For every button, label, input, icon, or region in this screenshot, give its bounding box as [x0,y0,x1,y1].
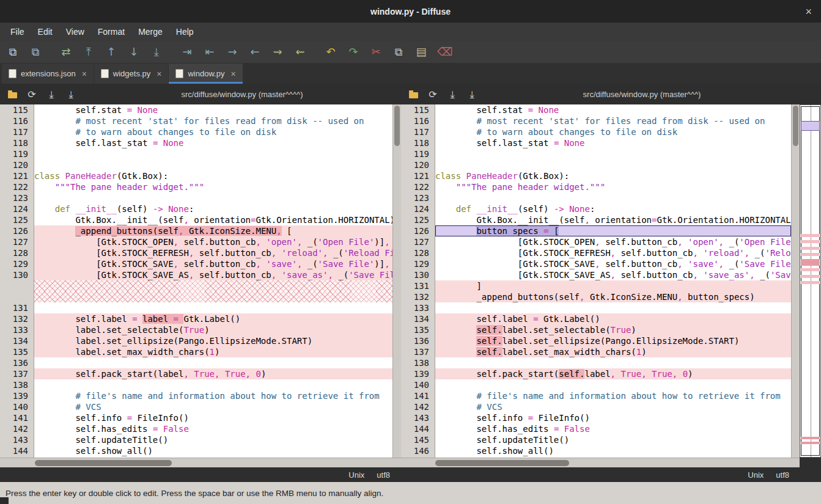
code-line[interactable]: [Gtk.STOCK_REFRESH, self.button_cb, 'rel… [435,247,791,258]
code-line[interactable]: self.label.set_selectable(True) [435,324,791,335]
right-code-area[interactable]: self.stat = None # most recent 'stat' fo… [435,104,791,458]
tab-window-py[interactable]: window.py× [169,64,242,84]
code-line[interactable]: # VCS [34,401,392,412]
new-3way-file-merge-icon[interactable]: ⧉ [29,46,42,57]
window-close-icon[interactable]: × [805,6,812,17]
auto-merge-right-icon[interactable]: ⇜ [293,46,307,57]
save-file-icon[interactable]: ⤓ [446,88,458,100]
right-vscroll-thumb[interactable] [793,106,798,146]
code-line[interactable]: self.pack_start(self.label, True, True, … [435,368,791,379]
open-file-icon[interactable] [407,88,419,100]
code-line[interactable]: _append_buttons(self, Gtk.IconSize.MENU,… [34,225,392,236]
copy-selection-right-icon[interactable]: ⇥ [180,46,194,57]
open-file-icon[interactable] [6,88,18,100]
left-hscroll-thumb[interactable] [35,460,172,466]
menu-item-help[interactable]: Help [169,23,201,41]
code-line[interactable]: class PaneHeader(Gtk.Box): [435,170,791,181]
code-line[interactable]: [Gtk.STOCK_SAVE, self.button_cb, 'save',… [435,258,791,269]
last-difference-icon[interactable]: ⤓ [150,46,163,57]
auto-merge-left-icon[interactable]: ⇝ [271,46,284,57]
code-line[interactable]: # most recent 'stat' for files read from… [34,115,392,126]
merge-from-left-icon[interactable]: → [226,46,239,57]
code-line[interactable]: [Gtk.STOCK_OPEN, self.button_cb, 'open',… [435,236,791,247]
code-line[interactable]: label.set_selectable(True) [34,324,392,335]
code-line[interactable]: self.label = label = Gtk.Label() [34,313,392,324]
reload-file-icon[interactable]: ⟳ [26,88,38,100]
paste-icon[interactable]: ▤ [414,46,428,57]
code-line[interactable]: # file's name and information about how … [435,390,791,401]
code-line[interactable] [34,357,392,368]
code-line[interactable]: label.set_ellipsize(Pango.EllipsizeMode.… [34,335,392,346]
code-line[interactable]: # VCS [435,401,791,412]
code-line[interactable]: self.pack_start(label, True, True, 0) [34,368,392,379]
code-line[interactable]: Gtk.Box.__init__(self, orientation=Gtk.O… [34,214,392,225]
resize-grip[interactable] [0,497,9,504]
right-vertical-scrollbar[interactable] [791,104,800,458]
next-difference-icon[interactable]: ↓ [127,46,141,57]
code-line[interactable]: self.label.set_max_width_chars(1) [435,346,791,357]
code-line[interactable]: [Gtk.STOCK_REFRESH, self.button_cb, 'rel… [34,247,392,258]
code-line[interactable] [435,357,791,368]
copy-selection-left-icon[interactable]: ⇤ [203,46,216,57]
code-line[interactable] [34,159,392,170]
code-line[interactable]: # to warn about changes to file on disk [435,126,791,137]
tab-close-icon[interactable]: × [230,70,235,78]
code-line[interactable] [435,159,791,170]
code-line[interactable] [435,148,791,159]
code-line[interactable]: # most recent 'stat' for files read from… [435,115,791,126]
code-line[interactable]: # file's name and information about how … [34,390,392,401]
code-line[interactable] [435,192,791,203]
menu-item-format[interactable]: Format [91,23,131,41]
code-line[interactable]: self.updateTitle() [34,434,392,445]
left-vscroll-thumb[interactable] [394,106,400,146]
code-line[interactable]: self.show_all() [34,445,392,456]
code-line[interactable]: self.label = Gtk.Label() [435,313,791,324]
menu-item-edit[interactable]: Edit [31,23,59,41]
code-line[interactable]: self.has_edits = False [435,423,791,434]
merge-from-right-icon[interactable]: ← [248,46,262,57]
code-line[interactable]: self.last_stat = None [34,137,392,148]
save-file-icon[interactable]: ⤓ [45,88,57,100]
code-line[interactable]: self.updateTitle() [435,434,791,445]
code-line[interactable]: # to warn about changes to file on disk [34,126,392,137]
tab-widgets-py[interactable]: widgets.py× [94,64,169,84]
code-line[interactable] [34,148,392,159]
code-line[interactable]: [Gtk.STOCK_SAVE_AS, self.button_cb, 'sav… [34,269,392,280]
code-line[interactable]: class PaneHeader(Gtk.Box): [34,170,392,181]
code-line[interactable] [34,302,392,313]
right-horizontal-scrollbar[interactable] [401,458,800,467]
tab-close-icon[interactable]: × [82,70,87,78]
left-vertical-scrollbar[interactable] [392,104,401,458]
save-file-as-icon[interactable]: ⤓ [466,88,478,100]
code-line[interactable]: label.set_max_width_chars(1) [34,346,392,357]
code-line[interactable] [435,379,791,390]
redo-icon[interactable]: ↷ [347,46,360,57]
new-2way-file-merge-icon[interactable]: ⧉ [6,46,20,57]
tab-extensions-json[interactable]: extensions.json× [2,64,94,84]
code-line[interactable]: self.label.set_ellipsize(Pango.Ellipsize… [435,335,791,346]
code-line[interactable]: def __init__(self) -> None: [34,203,392,214]
menu-item-file[interactable]: File [4,23,31,41]
code-line[interactable]: """The pane header widget.""" [435,181,791,192]
previous-difference-icon[interactable]: ↑ [105,46,118,57]
code-line[interactable] [34,280,392,291]
copy-icon[interactable]: ⧉ [392,46,405,57]
code-line[interactable]: self.info = FileInfo() [435,412,791,423]
undo-icon[interactable]: ↶ [324,46,337,57]
code-line[interactable] [34,192,392,203]
diff-overview-map[interactable] [800,104,821,458]
left-horizontal-scrollbar[interactable] [0,458,401,467]
code-line[interactable]: self.show_all() [435,445,791,456]
code-line[interactable]: self.stat = None [435,104,791,115]
code-line[interactable]: _append_buttons(self, Gtk.IconSize.MENU,… [435,291,791,302]
code-line[interactable] [435,302,791,313]
code-line[interactable]: self.stat = None [34,104,392,115]
code-line[interactable]: self.last_stat = None [435,137,791,148]
realign-all-icon[interactable]: ⇄ [59,46,73,57]
code-line[interactable] [34,291,392,302]
code-line[interactable]: [Gtk.STOCK_SAVE_AS, self.button_cb, 'sav… [435,269,791,280]
code-line[interactable]: [Gtk.STOCK_SAVE, self.button_cb, 'save',… [34,258,392,269]
menu-item-view[interactable]: View [59,23,91,41]
code-line[interactable] [34,379,392,390]
code-line[interactable]: def __init__(self) -> None: [435,203,791,214]
